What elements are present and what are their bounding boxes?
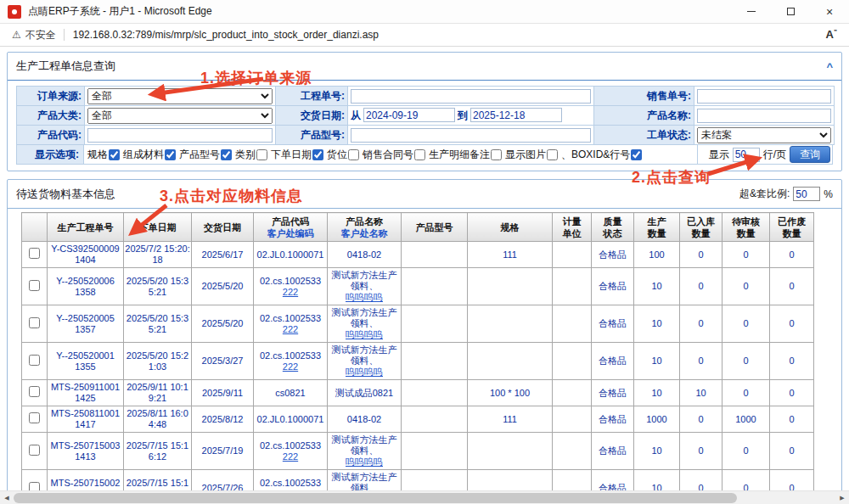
work-order-number[interactable]: MTS-250715003 <box>48 440 122 451</box>
cell: 0 <box>722 242 770 268</box>
work-order-id[interactable]: 1425 <box>48 393 122 404</box>
order-date: 2025/5/20 15:35:21 <box>125 313 190 335</box>
work-order-id[interactable]: 1358 <box>48 287 122 298</box>
security-label[interactable]: 不安全 <box>25 28 56 42</box>
work-order-id[interactable]: 1413 <box>48 451 122 462</box>
delivery-date: 2025/6/17 <box>193 249 252 260</box>
materials-table-wrap: 生产工程单号下单日期交货日期产品代码客户处编码产品名称客户处名称产品型号规格计量… <box>21 212 841 504</box>
display-option[interactable]: 显示图片 <box>505 148 558 162</box>
sales-order-input[interactable] <box>697 89 831 104</box>
work-status-select[interactable]: 未结案 <box>697 127 831 143</box>
read-aloud-icon[interactable]: A <box>826 28 837 41</box>
delivery-date-from-input[interactable] <box>363 108 455 122</box>
product-category-select[interactable]: 全部 <box>87 108 273 124</box>
work-order-input[interactable] <box>351 89 591 104</box>
row-select-checkbox[interactable] <box>29 248 40 259</box>
cell: 100 <box>634 242 680 268</box>
customer-code-link[interactable]: 222 <box>255 324 326 335</box>
display-option[interactable]: 规格 <box>87 148 120 162</box>
page-size-area: 显示 行/页 查询 <box>697 144 833 165</box>
work-order-number[interactable]: Y--250520006 <box>48 276 122 287</box>
display-option[interactable]: 类别 <box>235 148 267 162</box>
cell <box>553 343 592 380</box>
cell <box>402 406 468 433</box>
display-option-checkbox[interactable] <box>312 149 323 160</box>
work-order-number[interactable]: Y--250520001 <box>48 350 122 361</box>
work-order-id[interactable]: 1404 <box>48 255 122 266</box>
minimize-button[interactable] <box>732 0 771 24</box>
cell: 测试新方法生产领料、呜呜呜呜 <box>328 433 402 470</box>
display-option-checkbox[interactable] <box>491 149 502 160</box>
display-option-checkbox[interactable] <box>547 149 558 160</box>
work-order-id[interactable]: 1417 <box>48 419 122 430</box>
cell: 0 <box>770 380 814 406</box>
display-option[interactable]: 下单日期 <box>271 148 323 162</box>
scroll-left-button[interactable]: ◀ <box>0 491 14 504</box>
display-option[interactable]: 货位 <box>327 148 359 162</box>
work-order-number[interactable]: MTS-250911001 <box>48 382 122 393</box>
cell: 0 <box>722 380 770 406</box>
display-option-checkbox[interactable] <box>109 149 120 160</box>
product-code: 02.JL0.1000071 <box>255 414 326 425</box>
work-order-label: 工程单号: <box>276 87 348 106</box>
customer-code-link[interactable]: 222 <box>255 287 326 298</box>
display-option[interactable]: 、BOXID&行号 <box>561 148 642 162</box>
cell: 2025/9/11 10:19:21 <box>124 380 192 406</box>
work-order-number[interactable]: MTS-250811001 <box>48 408 122 419</box>
order-date: 2025/7/2 15:20:18 <box>125 244 190 266</box>
row-select-checkbox[interactable] <box>29 386 40 397</box>
page-size-input[interactable] <box>733 148 760 162</box>
display-option[interactable]: 生产明细备注 <box>429 148 502 162</box>
cell <box>22 268 48 305</box>
work-order-id[interactable]: 1357 <box>48 324 122 335</box>
query-button[interactable]: 查询 <box>790 146 830 163</box>
cell: 测试新方法生产领料、呜呜呜呜 <box>328 343 402 380</box>
row-select-checkbox[interactable] <box>29 412 40 423</box>
display-option[interactable]: 产品型号 <box>179 148 232 162</box>
delivery-date-to-input[interactable] <box>470 108 562 122</box>
work-order-number[interactable]: MTS-250715002 <box>48 478 122 489</box>
row-select-checkbox[interactable] <box>29 355 40 366</box>
display-option-checkbox[interactable] <box>221 149 232 160</box>
work-order-number[interactable]: Y-CS392500009 <box>48 244 122 255</box>
work-order-id[interactable]: 1355 <box>48 361 122 372</box>
row-select-checkbox[interactable] <box>29 445 40 456</box>
qty-voided: 0 <box>771 249 812 260</box>
customer-name-link[interactable]: 呜呜呜呜 <box>329 329 400 340</box>
customer-name-link[interactable]: 呜呜呜呜 <box>329 456 400 468</box>
display-option-checkbox[interactable] <box>256 149 267 160</box>
display-option-checkbox[interactable] <box>631 149 642 160</box>
row-select-checkbox[interactable] <box>29 280 40 291</box>
product-code-input[interactable] <box>87 128 273 143</box>
display-option-label: 货位 <box>327 148 347 162</box>
customer-code-link[interactable]: 222 <box>255 451 326 462</box>
qty-production: 10 <box>635 356 678 367</box>
column-header: 产品型号 <box>402 213 468 242</box>
product-model-input[interactable] <box>351 128 591 143</box>
scroll-right-button[interactable]: ▶ <box>835 491 849 504</box>
maximize-button[interactable] <box>771 0 810 24</box>
close-button[interactable]: × <box>810 0 849 24</box>
row-select-checkbox[interactable] <box>29 317 40 328</box>
ratio-input[interactable] <box>793 187 820 201</box>
collapse-panel-icon[interactable]: ^ <box>826 60 833 73</box>
order-date: 2025/5/20 15:21:03 <box>125 350 190 372</box>
customer-name-link[interactable]: 呜呜呜呜 <box>329 292 400 303</box>
titlebar: 点睛ERP子系统 - 用户1 - Microsoft Edge × <box>0 0 849 24</box>
display-option-checkbox[interactable] <box>348 149 359 160</box>
display-option[interactable]: 组成材料 <box>123 148 176 162</box>
customer-name-link[interactable]: 呜呜呜呜 <box>329 367 400 378</box>
cell <box>468 433 553 470</box>
qty-production: 10 <box>635 445 678 456</box>
cell: 0 <box>722 433 770 470</box>
url-text[interactable]: 192.168.0.32:789/mis/mrp/slc_product_int… <box>73 29 379 41</box>
display-option[interactable]: 销售合同号 <box>363 148 425 162</box>
order-source-select[interactable]: 全部 <box>87 88 273 104</box>
customer-code-link[interactable]: 222 <box>255 361 326 372</box>
display-option-checkbox[interactable] <box>165 149 176 160</box>
product-name-input[interactable] <box>697 109 831 123</box>
qty-voided: 0 <box>771 388 812 399</box>
work-order-number[interactable]: Y--250520005 <box>48 313 122 324</box>
scrollbar-thumb[interactable] <box>14 493 737 503</box>
display-option-checkbox[interactable] <box>414 149 425 160</box>
